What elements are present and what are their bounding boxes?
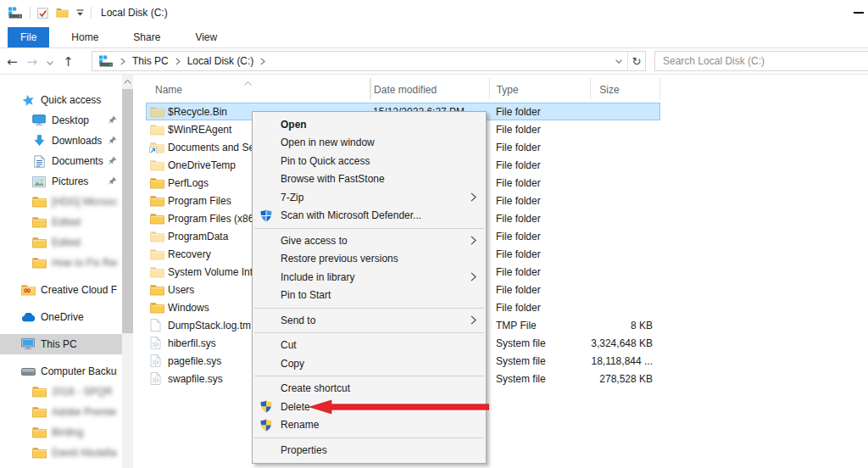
sidebar-item-documents[interactable]: Documents bbox=[0, 151, 122, 171]
nav-buttons: ← → ↑ bbox=[7, 48, 74, 75]
address-dropdown-button[interactable] bbox=[609, 52, 627, 70]
column-header-size[interactable]: Size bbox=[591, 78, 660, 99]
tab-share[interactable]: Share bbox=[120, 27, 173, 47]
qat-dropdown-icon[interactable] bbox=[76, 9, 84, 17]
menu-item-rename[interactable]: Rename bbox=[253, 416, 486, 435]
menu-item-restore-previous-versions[interactable]: Restore previous versions bbox=[253, 250, 486, 269]
sidebar-scrollbar[interactable] bbox=[122, 75, 133, 468]
sidebar-item-label: Desktop bbox=[52, 114, 108, 126]
file-type-cell: File folder bbox=[489, 159, 591, 171]
sidebar-item-pictures[interactable]: Pictures bbox=[0, 171, 122, 192]
refresh-button[interactable]: ↻ bbox=[627, 52, 645, 70]
menu-item-create-shortcut[interactable]: Create shortcut bbox=[253, 380, 486, 398]
file-type-cell: File folder bbox=[489, 266, 591, 278]
sidebar-item-label: OneDrive bbox=[41, 311, 117, 323]
breadcrumb-chevron-icon[interactable] bbox=[120, 58, 125, 65]
sidebar-item-label: Downloads bbox=[52, 135, 108, 147]
menu-item-scan-with-microsoft-defender[interactable]: Scan with Microsoft Defender... bbox=[253, 207, 486, 226]
menu-item-label: Copy bbox=[281, 358, 304, 370]
up-button[interactable]: ↑ bbox=[63, 54, 74, 70]
menu-item-open[interactable]: Open bbox=[253, 115, 486, 134]
sidebar-item-edited[interactable]: Edited bbox=[0, 232, 122, 253]
breadcrumb-item-this-pc[interactable]: This PC bbox=[132, 55, 169, 67]
menu-item-browse-with-faststone[interactable]: Browse with FastStone bbox=[253, 170, 486, 189]
sidebar-item-item[interactable] bbox=[0, 463, 122, 468]
menu-item-label: Properties bbox=[281, 444, 327, 456]
submenu-chevron-icon bbox=[470, 192, 476, 202]
breadcrumb-item-local-disk-c[interactable]: Local Disk (C:) bbox=[187, 55, 254, 67]
submenu-chevron-icon bbox=[470, 236, 476, 245]
menu-item-label: Pin to Quick access bbox=[281, 155, 370, 167]
downloads-icon bbox=[31, 135, 47, 147]
menu-item-label: Send to bbox=[281, 315, 315, 326]
breadcrumb-chevron-icon[interactable] bbox=[260, 58, 265, 65]
file-size-cell: 278,528 KB bbox=[591, 373, 660, 385]
sidebar-item-label: Quick access bbox=[41, 94, 117, 106]
ribbon-tab-bar: FileHomeShareView bbox=[0, 25, 868, 48]
sidebar-item-desktop[interactable]: Desktop bbox=[0, 110, 122, 131]
properties-check-icon[interactable] bbox=[37, 8, 48, 19]
breadcrumb-chevron-icon[interactable] bbox=[175, 58, 181, 65]
menu-separator bbox=[254, 228, 484, 229]
scrollbar-thumb[interactable] bbox=[122, 89, 133, 333]
column-header-date-modified[interactable]: Date modified bbox=[371, 78, 490, 99]
menu-item-pin-to-quick-access[interactable]: Pin to Quick access bbox=[253, 152, 486, 170]
tab-view[interactable]: View bbox=[182, 27, 230, 47]
folder-icon bbox=[150, 195, 168, 207]
back-button[interactable]: ← bbox=[7, 54, 18, 70]
sidebar-item-birding[interactable]: Birding bbox=[0, 422, 122, 443]
menu-item-open-in-new-window[interactable]: Open in new window bbox=[253, 134, 486, 153]
address-bar[interactable]: This PCLocal Disk (C:) ↻ bbox=[92, 51, 646, 71]
file-name-text: DumpStack.log.tm bbox=[168, 320, 251, 332]
search-input[interactable]: Search Local Disk (C:) bbox=[654, 51, 868, 71]
folder-hidden-icon bbox=[150, 124, 168, 136]
sidebar-item-creative-cloud-fil[interactable]: ∞Creative Cloud Fil bbox=[0, 280, 122, 300]
folder-hidden-icon bbox=[150, 106, 168, 118]
toolbar-separator bbox=[91, 7, 92, 19]
sidebar-item-2016-spqr[interactable]: 2016 - SPQR bbox=[0, 382, 122, 402]
folder-hidden-icon bbox=[150, 231, 168, 242]
tab-file[interactable]: File bbox=[8, 27, 49, 47]
sidebar-item-label: Edited bbox=[52, 237, 117, 248]
menu-item-send-to[interactable]: Send to bbox=[253, 311, 486, 330]
column-header-name[interactable]: Name bbox=[146, 78, 370, 99]
recent-locations-chevron-icon[interactable] bbox=[47, 56, 53, 68]
menu-item-label: Rename bbox=[281, 419, 319, 431]
sidebar-item-this-pc[interactable]: This PC bbox=[0, 334, 122, 354]
menu-item-copy[interactable]: Copy bbox=[253, 354, 486, 373]
sidebar-item-onedrive[interactable]: OneDrive bbox=[0, 307, 122, 327]
sidebar-item-hdg-microsoft[interactable]: [HDG] Microsoft bbox=[0, 192, 122, 212]
sidebar-item-downloads[interactable]: Downloads bbox=[0, 131, 122, 151]
file-type-cell: File folder bbox=[489, 142, 591, 153]
menu-item-pin-to-start[interactable]: Pin to Start bbox=[253, 287, 486, 305]
defender-shield-icon bbox=[260, 209, 272, 222]
menu-item-give-access-to[interactable]: Give access to bbox=[253, 231, 486, 250]
file-name-text: ProgramData bbox=[168, 231, 228, 242]
tab-home[interactable]: Home bbox=[58, 27, 111, 47]
sidebar-item-edited[interactable]: Edited bbox=[0, 212, 122, 232]
menu-item-include-in-library[interactable]: Include in library bbox=[253, 268, 486, 287]
sidebar-item-label: 2016 - SPQR bbox=[52, 386, 117, 398]
file-size-cell: 3,324,648 KB bbox=[591, 337, 660, 349]
sidebar-item-quick-access[interactable]: Quick access bbox=[0, 90, 122, 110]
column-header-type[interactable]: Type bbox=[490, 78, 592, 99]
sidebar-item-david-abulafia[interactable]: David Abulafia - bbox=[0, 443, 122, 463]
file-type-cell: File folder bbox=[489, 177, 591, 189]
sidebar-item-how-to-fix-recy[interactable]: How to Fix Recy bbox=[0, 253, 122, 273]
sidebar-item-adobe-premiere[interactable]: Adobe Premiere bbox=[0, 402, 122, 422]
menu-item-properties[interactable]: Properties bbox=[253, 441, 486, 460]
file-explorer-window: Local Disk (C:) FileHomeShareView ← → ↑ … bbox=[0, 0, 868, 468]
new-folder-icon[interactable] bbox=[55, 7, 70, 19]
file-list-pane: NameDate modifiedTypeSize $Recycle.Bin15… bbox=[134, 75, 868, 468]
menu-item-label: Scan with Microsoft Defender... bbox=[281, 209, 421, 221]
forward-button[interactable]: → bbox=[27, 54, 38, 70]
sysfile-hidden-icon bbox=[150, 354, 168, 367]
menu-item-cut[interactable]: Cut bbox=[253, 337, 486, 355]
scrollbar-up-arrow-icon[interactable] bbox=[122, 75, 133, 88]
minimize-button[interactable] bbox=[854, 12, 864, 14]
sidebar-item-computer-backup[interactable]: Computer Backup bbox=[0, 361, 122, 382]
pin-icon bbox=[108, 176, 117, 187]
sidebar-item-label: How to Fix Recy bbox=[52, 257, 117, 269]
window-title: Local Disk (C:) bbox=[101, 7, 168, 19]
menu-item-7-zip[interactable]: 7-Zip bbox=[253, 188, 486, 207]
